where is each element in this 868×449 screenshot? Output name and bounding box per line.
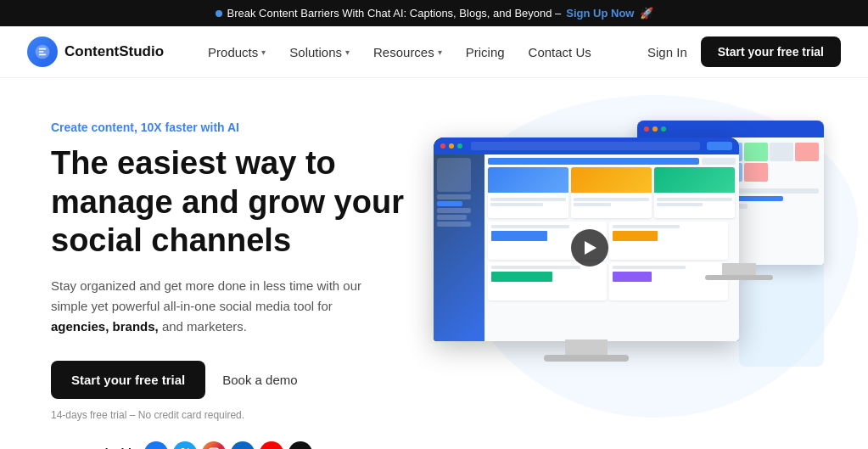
social-icons: f 𝕏 in ▶ ♪ — [144, 441, 312, 449]
sidebar-item — [437, 215, 467, 220]
chevron-down-icon: ▾ — [261, 48, 266, 57]
monitor-stand-primary — [565, 340, 608, 356]
sign-in-link[interactable]: Sign In — [647, 45, 687, 59]
navbar-cta-button[interactable]: Start your free trial — [701, 36, 841, 67]
start-trial-button[interactable]: Start your free trial — [51, 361, 205, 399]
sidebar-logo — [437, 158, 471, 192]
nav-label-contact: Contact Us — [529, 45, 591, 59]
hero-title: The easiest way to manage and grow your … — [51, 144, 416, 261]
nav-label-products: Products — [208, 45, 258, 59]
sidebar-item — [437, 194, 471, 199]
nav-item-pricing[interactable]: Pricing — [456, 38, 515, 66]
sidebar-item-active — [437, 201, 462, 206]
hero-tag: Create content, 10X faster with AI — [51, 121, 416, 134]
nav-links: Products ▾ Solutions ▾ Resources ▾ Prici… — [198, 38, 647, 66]
banner-emoji: 🚀 — [640, 7, 653, 20]
hero-buttons: Start your free trial Book a demo — [51, 361, 416, 399]
nav-label-solutions: Solutions — [289, 45, 342, 59]
logo[interactable]: ContentStudio — [27, 36, 164, 67]
banner-cta-link[interactable]: Sign Up Now — [566, 7, 634, 20]
monitor-base-primary — [544, 355, 629, 362]
dot-yellow — [652, 126, 658, 132]
linkedin-icon[interactable]: in — [231, 441, 255, 449]
announcement-banner: Break Content Barriers With Chat AI: Cap… — [0, 0, 868, 26]
instagram-icon[interactable] — [202, 441, 226, 449]
screen-topbar-primary — [434, 138, 739, 154]
content-card — [571, 167, 652, 218]
dot-green — [661, 126, 666, 132]
dot-red — [644, 126, 649, 132]
play-icon — [585, 241, 596, 255]
screen-topbar-secondary — [637, 121, 824, 138]
grid-item — [744, 163, 768, 182]
hero-description: Stay organized and get more done in less… — [51, 276, 373, 337]
nav-item-contact[interactable]: Contact Us — [518, 38, 602, 66]
screen-sidebar — [434, 154, 484, 341]
hero-desc-end: and marketers. — [159, 319, 247, 334]
chevron-down-icon: ▾ — [345, 48, 350, 57]
trial-note: 14-days free trial – No credit card requ… — [51, 409, 416, 421]
play-button[interactable] — [571, 229, 608, 267]
logo-text: ContentStudio — [64, 43, 164, 60]
header-bar — [488, 158, 699, 165]
hero-content: Create content, 10X faster with AI The e… — [51, 112, 416, 449]
integrations: Integrated with f 𝕏 in ▶ ♪ See more — [51, 441, 416, 449]
grid-item — [770, 143, 793, 161]
twitter-icon[interactable]: 𝕏 — [173, 441, 197, 449]
banner-text: Break Content Barriers With Chat AI: Cap… — [227, 7, 562, 20]
mockup-container — [434, 121, 824, 375]
screen-main-area — [484, 154, 739, 341]
youtube-icon[interactable]: ▶ — [260, 441, 283, 449]
hero-desc-bold: agencies, brands, — [51, 319, 159, 334]
navbar: ContentStudio Products ▾ Solutions ▾ Res… — [0, 26, 868, 78]
logo-icon — [27, 36, 58, 67]
nav-actions: Sign In Start your free trial — [647, 36, 841, 67]
tiktok-icon[interactable]: ♪ — [288, 441, 312, 449]
nav-label-pricing: Pricing — [466, 45, 505, 59]
address-bar — [471, 142, 700, 150]
stat-card — [609, 262, 728, 300]
nav-item-solutions[interactable]: Solutions ▾ — [279, 38, 360, 66]
stat-card — [488, 262, 607, 300]
header-bar — [702, 158, 736, 165]
grid-item — [795, 143, 819, 161]
dot-green — [457, 143, 462, 149]
nav-label-resources: Resources — [373, 45, 434, 59]
content-card — [488, 167, 568, 218]
monitor-base-secondary — [705, 275, 773, 280]
nav-item-resources[interactable]: Resources ▾ — [363, 38, 452, 66]
stat-card — [609, 222, 728, 260]
content-card — [654, 167, 735, 218]
nav-btn — [707, 142, 732, 150]
dot-red — [440, 143, 445, 149]
nav-item-products[interactable]: Products ▾ — [198, 38, 276, 66]
sidebar-item — [437, 208, 471, 213]
hero-mockup — [416, 112, 841, 375]
facebook-icon[interactable]: f — [144, 441, 168, 449]
banner-dot — [216, 10, 222, 17]
hero-section: Create content, 10X faster with AI The e… — [0, 78, 868, 449]
grid-item — [744, 143, 768, 161]
dot-yellow — [449, 143, 454, 149]
book-demo-button[interactable]: Book a demo — [222, 373, 297, 387]
hero-desc-start: Stay organized and get more done in less… — [51, 278, 361, 313]
chevron-down-icon: ▾ — [438, 48, 442, 57]
sidebar-item — [437, 222, 471, 227]
